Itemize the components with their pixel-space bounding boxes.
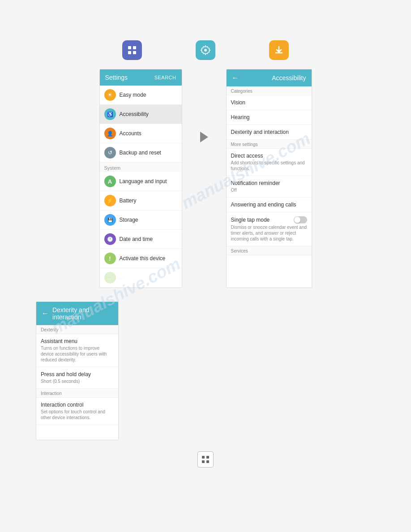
interaction-control-sub: Set options for touch control and other … bbox=[41, 409, 114, 420]
battery-label: Battery bbox=[120, 197, 137, 204]
settings-item-easy-mode[interactable]: ☀ Easy mode bbox=[100, 86, 182, 105]
activate-label: Activate this device bbox=[120, 255, 166, 262]
svg-rect-0 bbox=[128, 46, 131, 49]
bottom-grid-icon[interactable] bbox=[197, 451, 214, 468]
settings-panel: Settings SEARCH ☀ Easy mode ♿ Accessibil… bbox=[99, 69, 182, 288]
single-tap-sub: Dismiss or snooze calendar event and tim… bbox=[231, 224, 307, 242]
grid-icon[interactable] bbox=[122, 40, 142, 60]
settings-item-storage[interactable]: 💾 Storage bbox=[100, 210, 182, 230]
assistant-menu-sub: Turns on functions to improve device acc… bbox=[41, 345, 114, 363]
settings-gear-icon[interactable] bbox=[196, 40, 215, 60]
acc-item-hearing[interactable]: Hearing bbox=[227, 110, 312, 125]
settings-item-language[interactable]: A Language and input bbox=[100, 172, 182, 191]
acc-item-notification[interactable]: Notification reminder Off bbox=[227, 176, 312, 197]
svg-rect-2 bbox=[128, 51, 131, 54]
battery-icon: ⚡ bbox=[104, 195, 116, 206]
notification-sub: Off bbox=[231, 187, 307, 193]
grid-icon-shape bbox=[202, 456, 209, 463]
dexterity-panel-title: Dexterity and interaction bbox=[52, 306, 113, 321]
settings-title: Settings bbox=[105, 74, 128, 81]
acc-item-single-tap[interactable]: Single tap mode Dismiss or snooze calend… bbox=[227, 212, 312, 246]
storage-icon: 💾 bbox=[104, 214, 116, 226]
accessibility-label: Accessibility bbox=[120, 111, 149, 117]
dex-item-interaction-control[interactable]: Interaction control Set options for touc… bbox=[36, 398, 118, 425]
dexterity-back-arrow-icon[interactable]: ← bbox=[42, 309, 49, 317]
accessibility-panel: ← Accessibility Categories Vision Hearin… bbox=[226, 69, 312, 288]
acc-item-vision[interactable]: Vision bbox=[227, 95, 312, 110]
assistant-menu-label: Assistant menu bbox=[41, 338, 114, 344]
right-arrow-icon bbox=[200, 132, 208, 142]
dexterity-panel-header: ← Dexterity and interaction bbox=[36, 302, 118, 325]
language-label: Language and input bbox=[120, 178, 167, 184]
interaction-section-label: Interaction bbox=[36, 389, 118, 398]
acc-item-calls[interactable]: Answering and ending calls bbox=[227, 197, 312, 212]
easy-mode-label: Easy mode bbox=[120, 92, 146, 98]
settings-item-backup[interactable]: ↺ Backup and reset bbox=[100, 143, 182, 163]
svg-rect-1 bbox=[133, 46, 136, 49]
settings-item-activate[interactable]: ! Activate this device bbox=[100, 249, 182, 268]
bottom-icon-row bbox=[0, 440, 411, 468]
search-label[interactable]: SEARCH bbox=[154, 75, 176, 80]
backup-label: Backup and reset bbox=[120, 150, 161, 156]
categories-label: Categories bbox=[227, 86, 312, 95]
accounts-label: Accounts bbox=[120, 130, 141, 137]
acc-item-dexterity[interactable]: Dexterity and interaction bbox=[227, 125, 312, 140]
activate-icon: ! bbox=[104, 253, 116, 264]
system-section-label: System bbox=[100, 163, 182, 172]
settings-item-datetime[interactable]: 🕐 Date and time bbox=[100, 230, 182, 249]
hearing-label: Hearing bbox=[231, 114, 307, 120]
calls-label: Answering and ending calls bbox=[231, 202, 307, 208]
settings-item-battery[interactable]: ⚡ Battery bbox=[100, 191, 182, 210]
backup-icon: ↺ bbox=[104, 147, 116, 159]
download-icon[interactable] bbox=[269, 40, 289, 60]
settings-panel-header: Settings SEARCH bbox=[100, 69, 182, 86]
more-icon: … bbox=[104, 272, 116, 283]
top-icons-row bbox=[0, 0, 411, 60]
settings-item-accessibility[interactable]: ♿ Accessibility bbox=[100, 105, 182, 124]
more-settings-label: More settings bbox=[227, 140, 312, 149]
dex-item-assistant-menu[interactable]: Assistant menu Turns on functions to imp… bbox=[36, 334, 118, 367]
settings-item-more: … ... bbox=[100, 268, 182, 287]
accounts-icon: 👤 bbox=[104, 128, 116, 139]
back-arrow-icon[interactable]: ← bbox=[232, 74, 239, 82]
notification-label: Notification reminder bbox=[231, 180, 307, 186]
settings-item-accounts[interactable]: 👤 Accounts bbox=[100, 124, 182, 143]
storage-label: Storage bbox=[120, 217, 138, 223]
services-label: Services bbox=[227, 246, 312, 255]
toggle-knob bbox=[294, 217, 300, 223]
accessibility-panel-title: Accessibility bbox=[272, 74, 306, 82]
dexterity-interaction-label: Dexterity and interaction bbox=[231, 129, 307, 135]
navigation-arrow bbox=[200, 69, 208, 288]
datetime-icon: 🕐 bbox=[104, 233, 116, 245]
datetime-label: Date and time bbox=[120, 236, 153, 242]
acc-item-direct-access[interactable]: Direct access Add shortcuts to specific … bbox=[227, 149, 312, 176]
vision-label: Vision bbox=[231, 99, 307, 106]
press-hold-label: Press and hold delay bbox=[41, 371, 114, 378]
dex-item-press-hold[interactable]: Press and hold delay Short (0.5 seconds) bbox=[36, 367, 118, 389]
dexterity-panel: ← Dexterity and interaction Dexterity As… bbox=[36, 301, 119, 440]
accessibility-panel-header: ← Accessibility bbox=[227, 69, 312, 86]
direct-access-label: Direct access bbox=[231, 153, 307, 159]
interaction-control-label: Interaction control bbox=[41, 402, 114, 408]
svg-point-4 bbox=[204, 49, 207, 51]
single-tap-toggle[interactable] bbox=[294, 216, 307, 223]
dexterity-section-label: Dexterity bbox=[36, 325, 118, 334]
easy-mode-icon: ☀ bbox=[104, 89, 116, 101]
single-tap-label: Single tap mode bbox=[231, 217, 270, 223]
press-hold-sub: Short (0.5 seconds) bbox=[41, 378, 114, 384]
svg-rect-3 bbox=[133, 51, 136, 54]
direct-access-sub: Add shortcuts to specific settings and f… bbox=[231, 160, 307, 172]
accessibility-icon: ♿ bbox=[104, 108, 116, 120]
second-row: ← Dexterity and interaction Dexterity As… bbox=[0, 288, 411, 440]
main-content-area: Settings SEARCH ☀ Easy mode ♿ Accessibil… bbox=[0, 69, 411, 288]
language-icon: A bbox=[104, 176, 116, 187]
